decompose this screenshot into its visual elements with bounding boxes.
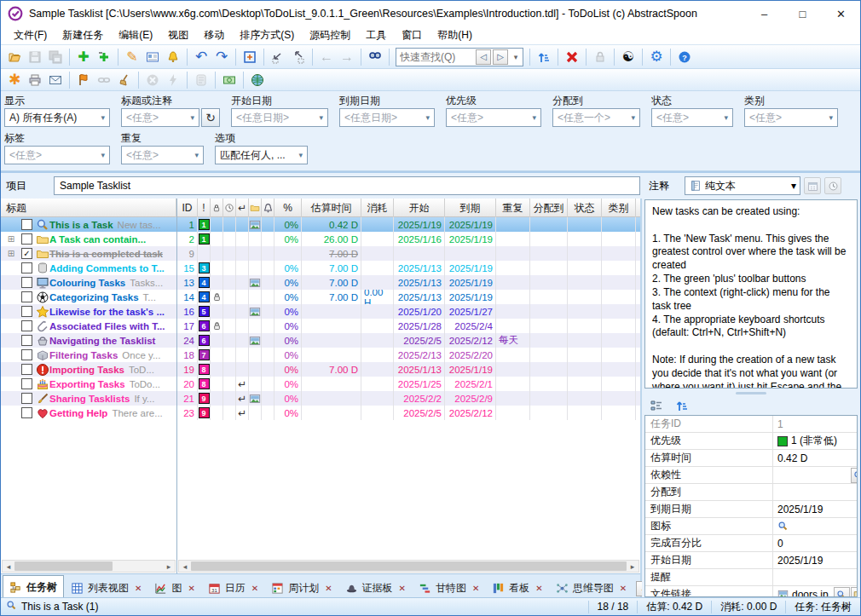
column-header-status[interactable]: 状态 <box>568 199 602 217</box>
column-header-percent[interactable]: % <box>274 199 302 217</box>
task-row[interactable]: ⊞✓This is a completed task <box>1 246 176 261</box>
tab-close-icon[interactable]: ✕ <box>535 584 542 593</box>
tab-甘特图[interactable]: 甘特图✕ <box>413 577 485 599</box>
task-row[interactable]: This is a TaskNew tas... <box>1 217 176 232</box>
tab-思维导图[interactable]: 思维导图✕ <box>550 577 633 599</box>
task-checkbox[interactable] <box>21 262 32 273</box>
donate-button[interactable] <box>219 71 240 89</box>
menu-item-5[interactable]: 移动 <box>196 26 232 44</box>
attribute-value[interactable]: 1 (非常低) <box>773 434 858 448</box>
comments-date-button[interactable] <box>804 177 821 194</box>
task-checkbox[interactable] <box>21 349 32 360</box>
tree-expand-toggle[interactable]: ⊞ <box>1 249 21 258</box>
task-checkbox[interactable]: ✓ <box>21 248 32 259</box>
task-checkbox[interactable] <box>21 306 32 317</box>
filter-combo[interactable]: <任意>▾ <box>651 108 733 127</box>
filter-combo[interactable]: <任意>▾ <box>446 108 541 127</box>
menu-item-2[interactable]: 新建任务 <box>55 26 111 44</box>
task-checkbox[interactable] <box>21 378 32 389</box>
task-row-columns[interactable]: 2460%2025/2/52025/2/12每天 <box>177 333 640 348</box>
menu-item-6[interactable]: 排序方式(S) <box>232 26 302 44</box>
scroll-left-icon[interactable]: ◂ <box>179 562 191 571</box>
edit-task-button[interactable]: ✎ <box>122 48 142 66</box>
column-header-due-date[interactable]: 到期 <box>445 199 496 217</box>
tab-close-icon[interactable]: ✕ <box>472 584 479 593</box>
attribute-value[interactable]: 0 <box>773 538 858 550</box>
task-row[interactable]: Adding Comments to T... <box>1 261 176 275</box>
column-header-time[interactable] <box>223 199 236 217</box>
task-row[interactable]: ⊞A Task can contain... <box>1 232 176 246</box>
task-checkbox[interactable] <box>21 407 32 418</box>
tab-列表视图[interactable]: 列表视图✕ <box>65 577 147 599</box>
task-row[interactable]: Navigating the Tasklist <box>1 333 176 348</box>
column-header-id[interactable]: ID <box>177 199 198 217</box>
task-row-columns[interactable]: 1760%2025/1/282025/2/4 <box>177 319 640 333</box>
tab-close-icon[interactable]: ✕ <box>325 584 332 593</box>
search-button[interactable] <box>834 587 850 598</box>
highlight-button[interactable]: ✱ <box>4 71 25 89</box>
task-row-columns[interactable]: 208↵0%2025/1/252025/2/1 <box>177 377 640 391</box>
column-header-recurrence-text[interactable]: 重复 <box>496 199 530 217</box>
filter-combo[interactable]: A) 所有任务(A)▾ <box>4 108 110 127</box>
maximize-view-button[interactable] <box>240 48 260 66</box>
scroll-right-icon[interactable]: ▸ <box>627 562 639 571</box>
tab-close-icon[interactable]: ✕ <box>399 584 406 593</box>
attribute-value[interactable]: 2025/1/19 <box>773 504 858 515</box>
task-row-columns[interactable]: 1980%7.00 D2025/1/132025/1/19 <box>177 362 640 377</box>
new-subtask-button[interactable] <box>94 48 114 66</box>
task-row[interactable]: Exporting TasksToDo... <box>1 377 176 391</box>
sort-attributes-icon[interactable] <box>672 396 692 415</box>
search-prev-button[interactable]: ◁ <box>476 49 491 65</box>
send-email-button[interactable] <box>45 71 66 89</box>
task-checkbox[interactable] <box>21 320 32 331</box>
task-row[interactable]: Filtering TasksOnce y... <box>1 348 176 362</box>
task-attributes-button[interactable] <box>142 48 163 66</box>
task-row-columns[interactable]: 210%26.00 D2025/1/162025/1/19 <box>177 232 640 246</box>
task-checkbox[interactable] <box>21 335 32 346</box>
minimize-button[interactable]: – <box>745 1 783 26</box>
tree-expand-toggle[interactable]: ⊞ <box>1 234 21 244</box>
column-header-est-time[interactable]: 估算时间 <box>302 199 361 217</box>
task-checkbox[interactable] <box>21 233 32 245</box>
scroll-right-icon[interactable]: ▸ <box>163 562 175 571</box>
browse-web-button[interactable] <box>247 71 268 89</box>
scroll-left-icon[interactable]: ◂ <box>3 562 14 571</box>
task-checkbox[interactable] <box>21 291 32 302</box>
refresh-filter-button[interactable]: ↻ <box>201 108 220 127</box>
task-row[interactable]: Getting HelpThere are... <box>1 406 176 420</box>
column-header-file[interactable] <box>249 199 262 217</box>
menu-item-9[interactable]: 窗口 <box>394 26 430 44</box>
task-row[interactable]: Colouring TasksTasks... <box>1 275 176 290</box>
menu-item-1[interactable]: 文件(F) <box>6 26 55 44</box>
menu-item-8[interactable]: 工具 <box>358 26 394 44</box>
column-header-category[interactable]: 类别 <box>602 199 636 217</box>
tab-日历[interactable]: 31日历✕ <box>202 577 264 599</box>
tab-close-icon[interactable]: ✕ <box>135 584 142 593</box>
find-tasks-button[interactable] <box>365 48 385 66</box>
comments-format-combo[interactable]: 纯文本 ▾ <box>685 176 800 195</box>
menu-item-7[interactable]: 源码控制 <box>302 26 358 44</box>
task-row[interactable]: Associated Files with T... <box>1 319 176 333</box>
filter-combo[interactable]: <任意>▾ <box>744 108 838 127</box>
open-folder-button[interactable] <box>851 587 858 598</box>
tree-hscrollbar[interactable]: ◂ ▸ <box>2 560 176 573</box>
column-header-assigned-to[interactable]: 分配到 <box>530 199 568 217</box>
preferences-button[interactable]: ⚙ <box>646 48 667 66</box>
delete-task-button[interactable] <box>562 48 582 66</box>
column-header-lock[interactable] <box>211 199 223 217</box>
attribute-value[interactable]: 0.42 D <box>773 452 858 464</box>
column-header-priority[interactable]: ! <box>198 199 211 217</box>
task-row-columns[interactable]: 1650%2025/1/202025/1/27 <box>177 304 640 319</box>
task-row[interactable]: Categorizing TasksT... <box>1 290 176 304</box>
column-header-title[interactable]: 标题 <box>1 199 176 217</box>
filter-combo[interactable]: 匹配任何人, ...▾ <box>215 146 308 164</box>
search-dropdown-icon[interactable]: ▾ <box>509 49 523 66</box>
filter-combo[interactable]: <任意日期>▾ <box>231 108 328 127</box>
attribute-value[interactable]: 2025/1/19 <box>773 555 858 567</box>
set-reminder-button[interactable] <box>163 48 183 66</box>
maximize-tasklist-button[interactable] <box>268 48 288 66</box>
new-task-button[interactable]: ✚ <box>73 48 94 66</box>
tab-图[interactable]: 图✕ <box>148 577 200 599</box>
menu-item-3[interactable]: 编辑(E) <box>111 26 160 44</box>
group-attributes-icon[interactable] <box>646 396 667 415</box>
